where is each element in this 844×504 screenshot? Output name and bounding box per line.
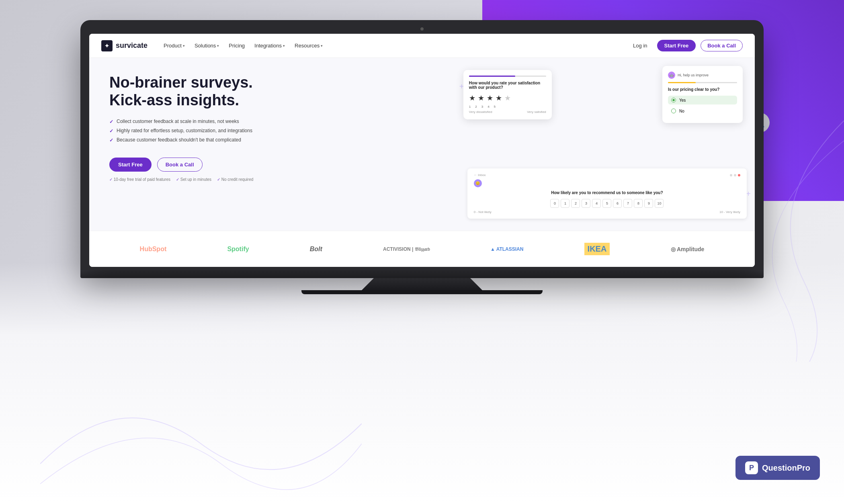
logos-section: HubSpot Spotify Bolt ACTIVISION | 𝔅𝔩𝔦𝔷𝔷𝔞… <box>89 231 755 267</box>
laptop-base <box>80 270 764 278</box>
survey-question-1: How would you rate your satisfaction wit… <box>469 81 546 90</box>
logo-activision: ACTIVISION | 𝔅𝔩𝔦𝔷𝔷𝔞𝔯𝔡 <box>383 246 430 252</box>
check-icon-2: ✓ <box>109 128 113 134</box>
nps-controls <box>730 174 740 176</box>
nav-pricing[interactable]: Pricing <box>229 43 245 49</box>
survey2-progress-fill <box>668 82 696 83</box>
nps-3[interactable]: 3 <box>582 199 590 208</box>
nps-inbox-label: ← Inbox <box>474 173 486 177</box>
nps-survey-card: ← Inbox 😊 How likely are you to r <box>467 168 747 219</box>
laptop-foot <box>301 290 543 294</box>
nps-10[interactable]: 10 <box>655 199 664 208</box>
start-free-button[interactable]: Start Free <box>657 40 696 51</box>
logo-amplitude: ◎ Amplitude <box>671 246 705 252</box>
nps-dot-2 <box>734 174 736 176</box>
laptop-screen-outer: ✦ survicate Product ▾ Solutions ▾ Pricin… <box>80 20 764 270</box>
logo-text: survicate <box>116 41 147 50</box>
nps-6[interactable]: 6 <box>613 199 622 208</box>
laptop-frame: ✦ survicate Product ▾ Solutions ▾ Pricin… <box>80 20 764 294</box>
feature-item-3: ✓ Because customer feedback shouldn't be… <box>109 137 439 143</box>
star-4: ★ <box>496 94 502 102</box>
survey-progress-fill <box>469 76 515 77</box>
nps-user-row: 😊 <box>474 179 740 187</box>
star-numbers: 12345 <box>469 105 546 109</box>
questionpro-label: QuestionPro <box>762 463 810 473</box>
option-no[interactable]: No <box>668 107 737 115</box>
site-logo: ✦ survicate <box>101 40 147 51</box>
nps-header: ← Inbox <box>474 173 740 177</box>
logo-ikea: IKEA <box>584 243 610 255</box>
site-navbar: ✦ survicate Product ▾ Solutions ▾ Pricin… <box>89 34 755 58</box>
logo-spotify: Spotify <box>227 246 249 253</box>
hero-start-free-button[interactable]: Start Free <box>109 158 152 172</box>
radio-yes <box>671 98 676 102</box>
bot-text: Hi, help us improve <box>678 73 709 77</box>
nps-scale: 0 1 2 3 4 5 6 7 8 9 10 <box>474 199 740 208</box>
nps-close-dot <box>738 174 740 176</box>
login-button[interactable]: Log in <box>628 40 652 51</box>
hero-book-call-button[interactable]: Book a Call <box>157 158 203 172</box>
hero-left: No-brainer surveys. Kick-ass insights. ✓… <box>89 58 455 231</box>
nav-product[interactable]: Product ▾ <box>164 43 185 49</box>
nps-1[interactable]: 1 <box>561 199 569 208</box>
hero-features-list: ✓ Collect customer feedback at scale in … <box>109 119 439 146</box>
star-3: ★ <box>487 94 493 102</box>
stars-row: ★ ★ ★ ★ ★ <box>469 94 546 102</box>
logo-bolt: Bolt <box>310 246 322 253</box>
survey-question-2: Is our pricing clear to you? <box>668 87 737 92</box>
nps-5[interactable]: 5 <box>602 199 611 208</box>
laptop-screen: ✦ survicate Product ▾ Solutions ▾ Pricin… <box>89 34 755 267</box>
avatar-row: 🤖 Hi, help us improve <box>668 72 737 79</box>
nav-links: Product ▾ Solutions ▾ Pricing Integratio… <box>164 43 628 49</box>
hero-footnote: 10-day free trial of paid features Set u… <box>109 177 439 182</box>
nps-2[interactable]: 2 <box>571 199 580 208</box>
hero-title: No-brainer surveys. Kick-ass insights. <box>109 74 439 109</box>
nps-4[interactable]: 4 <box>592 199 601 208</box>
survey-card-yes-no: 🤖 Hi, help us improve Is our pricing cle… <box>662 66 743 123</box>
feature-item-1: ✓ Collect customer feedback at scale in … <box>109 119 439 125</box>
feature-item-2: ✓ Highly rated for effortless setup, cus… <box>109 128 439 134</box>
nps-8[interactable]: 8 <box>634 199 643 208</box>
bot-avatar: 🤖 <box>668 72 675 79</box>
nps-question: How likely are you to recommend us to so… <box>474 191 740 195</box>
nps-9[interactable]: 9 <box>644 199 653 208</box>
laptop-camera <box>420 27 424 31</box>
logo-atlassian: ▲ ATLASSIAN <box>490 246 524 252</box>
hero-cta-buttons: Start Free Book a Call <box>109 158 439 172</box>
satisfaction-labels: Very dissatisfied Very satisfied <box>469 110 546 114</box>
star-1: ★ <box>469 94 475 102</box>
check-icon-3: ✓ <box>109 137 113 143</box>
questionpro-icon: P <box>745 461 758 474</box>
plus-decoration-2: + <box>746 189 751 199</box>
hero-right-mockups: + + How would you rate your satisfaction… <box>455 58 755 231</box>
star-5: ★ <box>504 94 511 102</box>
nps-labels: 0 - Not likely 10 - Very likely <box>474 210 740 214</box>
survey-card-star-rating: How would you rate your satisfaction wit… <box>463 70 552 119</box>
option-yes[interactable]: Yes <box>668 96 737 104</box>
questionpro-watermark: P QuestionPro <box>735 456 820 480</box>
nps-card-wrapper: ← Inbox 😊 How likely are you to r <box>467 168 747 219</box>
hero-section: No-brainer surveys. Kick-ass insights. ✓… <box>89 58 755 231</box>
logo-icon: ✦ <box>101 40 113 51</box>
nav-resources[interactable]: Resources ▾ <box>295 43 323 49</box>
nav-solutions[interactable]: Solutions ▾ <box>195 43 219 49</box>
logo-hubspot: HubSpot <box>140 246 167 253</box>
white-gradient-bg <box>0 263 844 504</box>
nav-actions: Log in Start Free Book a Call <box>628 40 743 51</box>
laptop-stand <box>362 278 482 290</box>
survey2-progress-bar <box>668 82 737 83</box>
book-call-button[interactable]: Book a Call <box>701 40 743 51</box>
nps-dot-1 <box>730 174 732 176</box>
radio-no <box>671 109 676 113</box>
survey-progress-bar <box>469 76 546 77</box>
check-icon-1: ✓ <box>109 119 113 125</box>
nps-7[interactable]: 7 <box>623 199 632 208</box>
nps-0[interactable]: 0 <box>550 199 559 208</box>
star-2: ★ <box>478 94 484 102</box>
nps-user-avatar: 😊 <box>474 179 482 187</box>
nav-integrations[interactable]: Integrations ▾ <box>254 43 285 49</box>
